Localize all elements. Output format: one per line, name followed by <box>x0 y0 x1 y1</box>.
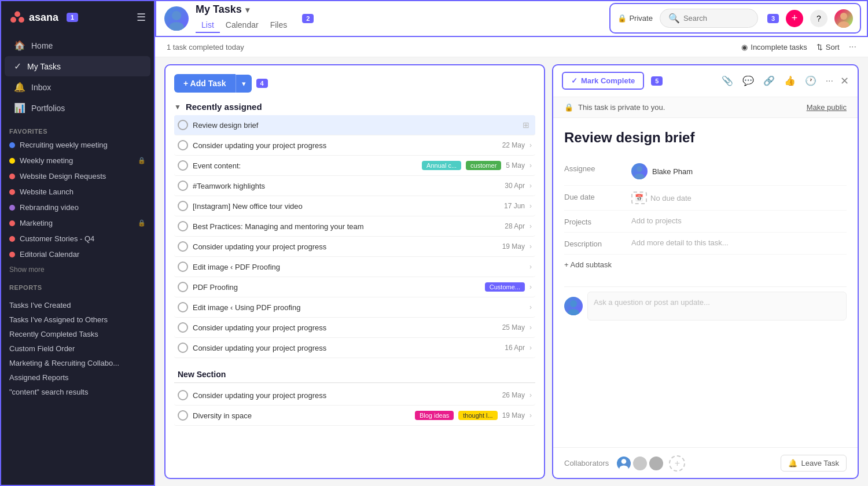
lock-icon-marketing: 🔒 <box>138 219 146 227</box>
make-public-button[interactable]: Make public <box>807 103 847 112</box>
task-check-14[interactable] <box>178 410 188 421</box>
leave-task-button[interactable]: 🔔 Leave Task <box>781 455 847 472</box>
task-check-5[interactable] <box>178 201 188 211</box>
sidebar-header: asana 1 ☰ <box>0 0 155 32</box>
search-box[interactable]: 🔍 <box>660 9 758 28</box>
add-collaborator-button[interactable]: + <box>669 455 685 472</box>
close-icon[interactable]: ✕ <box>840 75 849 87</box>
sidebar-item-editorial[interactable]: Editorial Calendar <box>0 246 155 262</box>
conversation-icon[interactable]: 💬 <box>740 73 756 89</box>
thumbsup-icon[interactable]: 👍 <box>782 73 798 89</box>
tag-customer: customer <box>466 161 501 170</box>
task-check-7[interactable] <box>178 241 188 252</box>
report-tasks-created[interactable]: Tasks I've Created <box>0 298 155 312</box>
table-row[interactable]: Consider updating your project progress … <box>174 237 535 257</box>
due-date-value[interactable]: 📅 No due date <box>631 192 847 204</box>
add-task-button[interactable]: + Add Task <box>174 74 236 93</box>
add-button[interactable]: + <box>786 10 803 27</box>
search-input[interactable] <box>683 14 749 23</box>
add-subtask-button[interactable]: + Add subtask <box>564 255 847 275</box>
tab-calendar[interactable]: Calendar <box>220 18 264 33</box>
add-task-dropdown-button[interactable]: ▾ <box>236 75 252 93</box>
sidebar-item-customerstories[interactable]: Customer Stories - Q4 <box>0 231 155 246</box>
report-recently-completed[interactable]: Recently Completed Tasks <box>0 327 155 341</box>
task-name-4: #Teamwork highlights <box>193 182 500 190</box>
link-icon[interactable]: 🔗 <box>761 73 777 89</box>
clock-icon[interactable]: 🕐 <box>803 73 819 89</box>
table-row[interactable]: Consider updating your project progress … <box>174 385 535 406</box>
table-row[interactable]: Consider updating your project progress … <box>174 338 535 358</box>
description-label: Description <box>564 238 622 248</box>
sidebar-item-home[interactable]: 🏠 Home <box>5 35 150 56</box>
detail-field-assignee: Assignee Blake Pham <box>564 157 847 186</box>
more-icon[interactable]: ··· <box>823 73 836 89</box>
svg-point-2 <box>19 17 24 23</box>
more-options-button[interactable]: ··· <box>849 42 856 52</box>
sidebar-item-mytasks[interactable]: ✓ My Tasks <box>5 56 150 76</box>
task-check-3[interactable] <box>178 160 188 171</box>
header-task-info: My Tasks ▾ List Calendar Files 2 <box>164 3 605 33</box>
tab-list[interactable]: List <box>196 18 220 33</box>
table-row[interactable]: Best Practices: Managing and mentoring y… <box>174 216 535 237</box>
private-info: 🔒 This task is private to you. <box>564 103 665 112</box>
task-check-13[interactable] <box>178 390 188 400</box>
task-check-10[interactable] <box>178 302 188 312</box>
section-collapse-icon[interactable]: ▼ <box>174 103 181 111</box>
sidebar-item-weblaunch[interactable]: Website Launch <box>0 184 155 200</box>
table-row[interactable]: Review design brief ⊞ <box>174 115 535 135</box>
task-name-8: Edit image ‹ PDF Proofing <box>193 263 525 271</box>
report-assigned[interactable]: Assigned Reports <box>0 370 155 385</box>
sidebar-item-weekly[interactable]: Weekly meeting 🔒 <box>0 153 155 168</box>
task-check-1[interactable] <box>178 120 188 130</box>
assignee-value: Blake Pham <box>631 163 847 179</box>
sidebar-item-rebranding[interactable]: Rebranding video <box>0 200 155 215</box>
description-value[interactable]: Add more detail to this task... <box>631 238 847 247</box>
table-row[interactable]: [Instagram] New office tour video 17 Jun… <box>174 196 535 216</box>
table-row[interactable]: Diversity in space Blog ideas thought l.… <box>174 406 535 426</box>
reports-section: Tasks I've Created Tasks I've Assigned t… <box>0 293 155 404</box>
sidebar-item-recruiting[interactable]: Recruiting weekly meeting <box>0 137 155 153</box>
header-user-avatar <box>164 6 189 31</box>
svg-point-7 <box>637 166 642 172</box>
report-marketing-recruiting[interactable]: Marketing & Recruiting Collabo... <box>0 356 155 370</box>
sidebar-item-portfolios[interactable]: 📊 Portfolios <box>5 98 150 118</box>
mark-complete-button[interactable]: ✓ Mark Complete <box>562 72 644 90</box>
task-name-14: Diversity in space <box>193 411 410 420</box>
table-row[interactable]: Edit image ‹ Using PDF proofing › <box>174 297 535 318</box>
table-row[interactable]: Consider updating your project progress … <box>174 318 535 338</box>
table-row[interactable]: PDF Proofing Custome... › <box>174 277 535 297</box>
report-content-search[interactable]: "content" search results <box>0 385 155 399</box>
task-check-11[interactable] <box>178 322 188 333</box>
table-row[interactable]: Edit image ‹ PDF Proofing › <box>174 257 535 277</box>
svg-point-4 <box>169 22 184 31</box>
sidebar-item-webdesign[interactable]: Website Design Requests <box>0 168 155 184</box>
projects-value[interactable]: Add to projects <box>631 216 847 225</box>
tab-files[interactable]: Files <box>264 18 293 33</box>
task-check-6[interactable] <box>178 221 188 231</box>
table-row[interactable]: Event content: Annual c... customer 5 Ma… <box>174 156 535 176</box>
table-row[interactable]: Consider updating your project progress … <box>174 135 535 156</box>
attachment-icon[interactable]: 📎 <box>719 73 735 89</box>
show-more-link[interactable]: Show more <box>0 262 155 277</box>
bell-leave-icon: 🔔 <box>788 459 797 467</box>
table-row[interactable]: #Teamwork highlights 30 Apr › <box>174 176 535 196</box>
sort-button[interactable]: ⇅ Sort <box>816 43 840 51</box>
task-check-4[interactable] <box>178 181 188 191</box>
task-name-6: Best Practices: Managing and mentoring y… <box>193 222 500 231</box>
task-name-2: Consider updating your project progress <box>193 141 498 150</box>
help-button[interactable]: ? <box>810 10 827 27</box>
task-date-4: 30 Apr <box>505 182 525 190</box>
sidebar-item-home-label: Home <box>31 41 53 50</box>
task-check-8[interactable] <box>178 262 188 272</box>
task-check-9[interactable] <box>178 282 188 292</box>
report-custom-field[interactable]: Custom Field Order <box>0 341 155 356</box>
fav-label-editorial: Editorial Calendar <box>20 250 79 259</box>
incomplete-tasks-button[interactable]: ◉ Incomplete tasks <box>741 43 807 51</box>
sidebar-item-inbox[interactable]: 🔔 Inbox <box>5 77 150 97</box>
report-tasks-assigned[interactable]: Tasks I've Assigned to Others <box>0 312 155 327</box>
hamburger-icon[interactable]: ☰ <box>137 11 146 24</box>
sidebar-item-marketing[interactable]: Marketing 🔒 <box>0 215 155 231</box>
task-check-12[interactable] <box>178 343 188 353</box>
task-check-2[interactable] <box>178 140 188 150</box>
comment-input[interactable]: Ask a question or post an update... <box>587 292 847 321</box>
